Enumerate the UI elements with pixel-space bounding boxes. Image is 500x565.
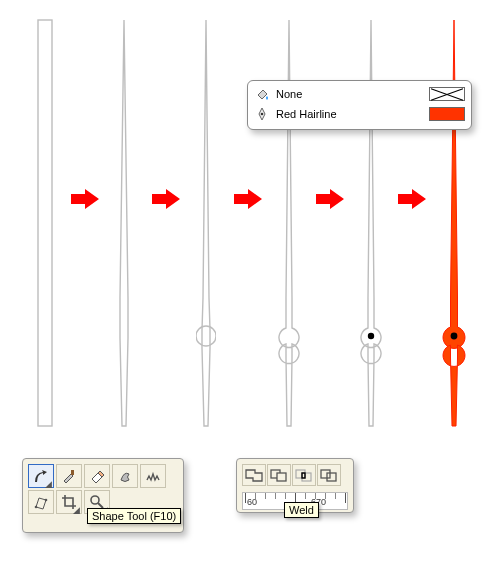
knife-icon [61, 468, 77, 484]
weld-tooltip: Weld [284, 502, 319, 518]
step-arrow [398, 189, 426, 209]
svg-rect-12 [296, 470, 305, 478]
object-properties-popup: None Red Hairline [247, 80, 472, 130]
fill-swatch-none[interactable] [429, 87, 465, 101]
trim-icon [270, 467, 288, 483]
smudge-tool-button[interactable] [112, 464, 138, 488]
simplify-icon [320, 467, 338, 483]
step-arrow [71, 189, 99, 209]
stage-1-rectangle [36, 18, 54, 428]
weld-button[interactable] [242, 464, 266, 486]
eraser-icon [89, 468, 105, 484]
roughen-icon [145, 468, 161, 484]
knife-tool-button[interactable] [56, 464, 82, 488]
svg-rect-14 [302, 473, 305, 478]
fill-label: None [276, 88, 429, 100]
outline-swatch-red[interactable] [429, 107, 465, 121]
svg-rect-0 [38, 20, 52, 426]
free-transform-icon [33, 494, 49, 510]
step-arrow [234, 189, 262, 209]
svg-point-2 [368, 333, 374, 339]
svg-rect-11 [277, 473, 286, 481]
svg-point-6 [35, 506, 38, 509]
svg-point-7 [45, 499, 48, 502]
free-transform-button[interactable] [28, 490, 54, 514]
svg-point-4 [261, 113, 264, 116]
svg-rect-13 [302, 473, 311, 481]
crop-tool-button[interactable]: ◢ [56, 490, 82, 514]
step-arrow [316, 189, 344, 209]
svg-point-1 [196, 326, 216, 346]
shape-tool-button[interactable]: ◢ [28, 464, 54, 488]
shape-tool-tooltip: Shape Tool (F10) [87, 508, 181, 524]
svg-rect-5 [71, 470, 74, 475]
trim-button[interactable] [267, 464, 291, 486]
outline-row[interactable]: Red Hairline [254, 105, 465, 123]
intersect-button[interactable] [292, 464, 316, 486]
stage-3-narrow [196, 18, 216, 428]
step-arrow [152, 189, 180, 209]
svg-point-3 [451, 333, 458, 340]
simplify-button[interactable] [317, 464, 341, 486]
paint-bucket-icon [254, 86, 270, 102]
outline-label: Red Hairline [276, 108, 429, 120]
pen-nib-icon [254, 106, 270, 122]
eraser-tool-button[interactable] [84, 464, 110, 488]
stage-2-taper [114, 18, 134, 428]
svg-rect-16 [327, 473, 336, 481]
weld-icon [245, 467, 263, 483]
smudge-icon [117, 468, 133, 484]
svg-point-8 [91, 496, 99, 504]
fill-row[interactable]: None [254, 85, 465, 103]
svg-rect-15 [321, 470, 330, 478]
roughen-tool-button[interactable] [140, 464, 166, 488]
intersect-icon [295, 467, 313, 483]
